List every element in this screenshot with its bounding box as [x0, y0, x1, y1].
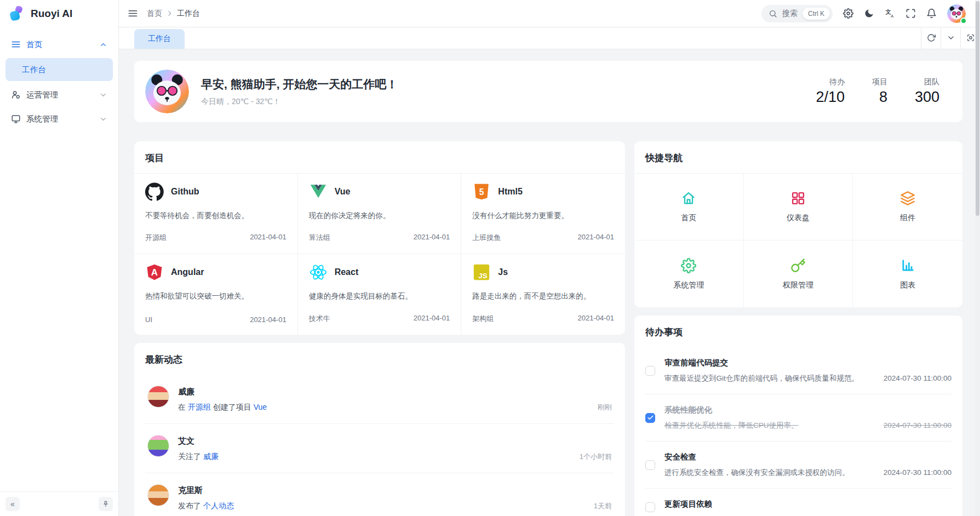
dark-mode-toggle[interactable] — [864, 8, 874, 19]
todo-item-description: 检查并优化系统性能，降低CPU使用率。 — [664, 421, 799, 431]
todo-item-date: 2024-07-30 11:00:00 — [884, 421, 952, 429]
sidebar: Ruoyi AI 首页 工作台 运营管理 系统管理 « — [0, 0, 119, 516]
weather-text: 今日晴，20℃ - 32℃！ — [201, 97, 398, 107]
activity-link[interactable]: 开源组 — [188, 403, 211, 411]
tab-menu-button[interactable] — [941, 27, 960, 49]
search-shortcut-badge: Ctrl K — [803, 8, 830, 20]
project-name: Github — [171, 187, 199, 197]
project-description: 路是走出来的，而不是空想出来的。 — [472, 291, 614, 301]
settings-button[interactable] — [843, 8, 853, 19]
quicknav-grid: 首页 仪表盘 组件 系统管理 权限管理 图表 — [634, 174, 962, 307]
todo-item: 审查前端代码提交 审查最近提交到Git仓库的前端代码，确保代码质量和规范。 20… — [645, 347, 952, 394]
todo-checkbox[interactable] — [645, 366, 655, 376]
project-group: 算法组 — [309, 233, 330, 243]
activity-item: 克里斯 发布了 个人动态 1天前 — [145, 473, 614, 516]
topbar-actions: 搜索 Ctrl K 文A — [761, 4, 966, 23]
project-item[interactable]: 5 Html5 没有什么才能比努力更重要。 上班摸鱼 2021-04-01 — [461, 174, 625, 254]
key-icon — [790, 258, 806, 273]
project-item[interactable]: React 健康的身体是实现目标的基石。 技术牛 2021-04-01 — [298, 254, 462, 335]
chev-down-icon — [99, 115, 107, 123]
search-icon — [769, 9, 777, 18]
app-window: Ruoyi AI 首页 工作台 运营管理 系统管理 « 首页 工作台 — [0, 0, 980, 516]
project-description: 健康的身体是实现目标的基石。 — [309, 291, 450, 301]
sidebar-submenu-item[interactable]: 工作台 — [5, 58, 113, 81]
focus-fullscreen-icon — [966, 33, 975, 42]
project-description: 不要等待机会，而要创造机会。 — [145, 211, 286, 221]
project-item[interactable]: Github 不要等待机会，而要创造机会。 开源组 2021-04-01 — [134, 174, 298, 254]
app-title: Ruoyi AI — [31, 8, 72, 20]
activity-link[interactable]: 个人动态 — [203, 501, 234, 510]
refresh-page-button[interactable] — [921, 27, 941, 49]
project-item[interactable]: Vue 现在的你决定将来的你。 算法组 2021-04-01 — [298, 174, 462, 254]
quicknav-item[interactable]: 首页 — [634, 174, 744, 240]
breadcrumb: 首页 工作台 — [147, 9, 200, 19]
sidebar-menu: 首页 工作台 运营管理 系统管理 — [0, 27, 118, 491]
todo-card: 待办事项 审查前端代码提交 审查最近提交到Git仓库的前端代码，确保代码质量和规… — [634, 316, 962, 516]
user-avatar — [147, 386, 169, 408]
scrollbar-thumb[interactable] — [976, 1, 979, 216]
project-item[interactable]: A Angular 热情和欲望可以突破一切难关。 UI 2021-04-01 — [134, 254, 298, 335]
project-name: Html5 — [498, 187, 522, 197]
project-description: 现在的你决定将来的你。 — [309, 211, 450, 221]
quicknav-item[interactable]: 系统管理 — [634, 240, 744, 307]
quicknav-label: 组件 — [900, 213, 915, 223]
fullscreen-icon — [906, 8, 916, 19]
project-date: 2021-04-01 — [414, 233, 450, 243]
todo-list: 审查前端代码提交 审查最近提交到Git仓库的前端代码，确保代码质量和规范。 20… — [634, 347, 962, 516]
todo-item-title: 审查前端代码提交 — [664, 358, 952, 368]
project-group: 技术牛 — [309, 314, 330, 324]
tab-workbench[interactable]: 工作台 — [134, 29, 185, 49]
sidebar-menu-item[interactable]: 首页 — [5, 34, 113, 55]
todo-item-date: 2024-07-30 11:00:00 — [884, 468, 952, 477]
todo-checkbox[interactable] — [645, 413, 655, 423]
stat-value: 300 — [915, 89, 939, 106]
language-switch-button[interactable]: 文A — [885, 8, 895, 19]
fullscreen-button[interactable] — [906, 8, 916, 19]
stat: 项目 8 — [872, 77, 887, 106]
logo-icon — [9, 5, 25, 22]
activity-user-name: 威廉 — [178, 387, 612, 397]
activity-link[interactable]: Vue — [254, 403, 267, 411]
todo-item-title: 更新项目依赖 — [664, 499, 952, 509]
sidebar-item-label: 系统管理 — [26, 114, 58, 124]
project-group: 架构组 — [472, 314, 494, 324]
breadcrumb-home[interactable]: 首页 — [147, 9, 162, 19]
project-date: 2021-04-01 — [250, 233, 286, 243]
sidebar-pin-button[interactable] — [99, 497, 113, 511]
tab-bar: 工作台 — [119, 27, 980, 49]
angular-icon: A — [145, 263, 164, 282]
app-logo[interactable]: Ruoyi AI — [0, 0, 118, 27]
activity-item: 威廉 在 开源组 创建了项目 Vue 刚刚 — [145, 375, 614, 424]
quicknav-item[interactable]: 组件 — [853, 174, 962, 240]
sidebar-collapse-button[interactable]: « — [5, 497, 20, 511]
chart-icon — [900, 258, 915, 273]
menu-icon — [11, 39, 21, 49]
project-date: 2021-04-01 — [577, 314, 614, 324]
quicknav-item[interactable]: 图表 — [853, 240, 962, 307]
sidebar-item-label: 首页 — [26, 39, 42, 50]
project-name: React — [335, 267, 359, 277]
project-description: 热情和欲望可以突破一切难关。 — [145, 291, 286, 301]
user-avatar-button[interactable] — [947, 4, 966, 23]
activity-item: 艾文 关注了 威廉 1个小时前 — [145, 424, 614, 473]
search-input[interactable]: 搜索 Ctrl K — [761, 5, 833, 22]
sidebar-menu-item[interactable]: 运营管理 — [5, 84, 113, 105]
github-icon — [145, 182, 164, 201]
project-description: 没有什么才能比努力更重要。 — [472, 211, 614, 221]
stat-label: 团队 — [915, 77, 939, 87]
svg-text:A: A — [151, 267, 158, 278]
hamburger-menu-button[interactable] — [128, 8, 138, 19]
quicknav-item[interactable]: 权限管理 — [744, 240, 853, 307]
sidebar-menu-item[interactable]: 系统管理 — [5, 108, 113, 129]
home-icon — [681, 191, 696, 206]
gear-icon — [843, 8, 853, 19]
todo-checkbox[interactable] — [645, 460, 655, 470]
activity-link[interactable]: 威廉 — [203, 452, 219, 461]
todo-checkbox[interactable] — [645, 502, 655, 512]
quicknav-item[interactable]: 仪表盘 — [744, 174, 853, 240]
project-item[interactable]: JS Js 路是走出来的，而不是空想出来的。 架构组 2021-04-01 — [461, 254, 625, 335]
notifications-button[interactable] — [926, 8, 937, 19]
chev-up-icon — [99, 41, 107, 49]
quicknav-label: 仪表盘 — [787, 213, 810, 223]
window-scrollbar[interactable] — [975, 0, 980, 516]
